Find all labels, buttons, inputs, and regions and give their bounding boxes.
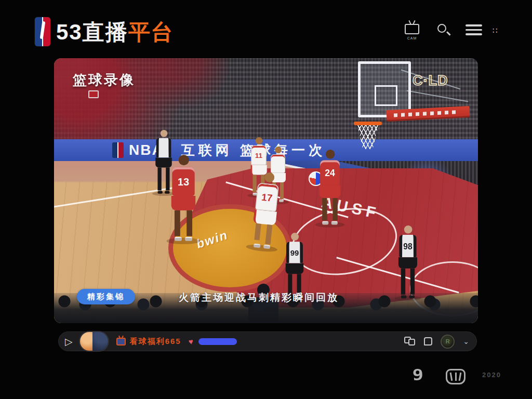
streamer-avatar[interactable]: [79, 331, 109, 352]
cast-icon-glyph: [405, 24, 419, 34]
site-title-white: 53直播: [56, 20, 128, 44]
menu-icon[interactable]: [466, 24, 482, 36]
backboard-inner-square: [375, 85, 397, 106]
grid-dots-icon[interactable]: ∷: [493, 26, 504, 34]
header: 53直播平台 CAM ∷: [0, 0, 532, 52]
video-player[interactable]: NBA 互联网 篮球每一次 bwin AUSF 13: [54, 58, 478, 323]
cast-icon-label: CAM: [403, 36, 421, 40]
search-icon[interactable]: [436, 23, 452, 38]
footer-year-watermark: 2020: [482, 371, 501, 379]
app-root: 53直播平台 CAM ∷ NBA 互联网 篮球每一次: [0, 0, 532, 399]
overlay-badge: 精彩集锦: [77, 289, 135, 304]
referee-98: 98: [397, 225, 419, 298]
chat-icon[interactable]: [424, 337, 432, 345]
center-circle-sponsor: bwin: [194, 228, 230, 251]
jersey-number: 11: [251, 145, 266, 165]
cast-icon[interactable]: CAM: [403, 20, 421, 37]
footer-nine-icon[interactable]: 9: [413, 365, 423, 384]
banner-nba-logo: [112, 142, 124, 158]
player-red-13: 13: [170, 155, 197, 241]
pip-icon[interactable]: [404, 337, 416, 346]
channel-watermark: C·LD: [413, 73, 448, 89]
jersey-number: 13: [172, 167, 194, 196]
play-icon[interactable]: ▷: [65, 337, 73, 347]
overlay-subtitle: 火箭主场迎战马刺精彩瞬间回放: [179, 291, 339, 304]
avatar-orb-button[interactable]: R: [441, 335, 455, 349]
watermark-logo: [88, 90, 99, 98]
control-bar-right: R ⌄: [404, 335, 469, 349]
promo-text[interactable]: 看球福利665: [130, 337, 181, 347]
chevron-down-icon[interactable]: ⌄: [463, 337, 469, 345]
nba-logo: [35, 17, 50, 46]
jersey-number: 17: [255, 183, 279, 212]
jersey-number: 98: [399, 235, 417, 257]
basketball-rim: [354, 122, 382, 125]
jersey-number: 99: [286, 242, 303, 263]
footer-w-icon[interactable]: [446, 369, 466, 384]
watermark-text: 篮球录像: [73, 71, 135, 89]
site-title: 53直播平台: [56, 18, 174, 47]
progress-pill[interactable]: [198, 338, 237, 345]
control-bar: ▷ 看球福利665 ♥ R ⌄: [58, 331, 477, 351]
heart-icon: ♥: [188, 337, 194, 346]
jersey-number: 24: [320, 160, 340, 185]
site-title-accent: 平台: [128, 20, 174, 44]
live-tv-icon: [116, 338, 126, 345]
player-red-24: 24: [318, 150, 342, 224]
